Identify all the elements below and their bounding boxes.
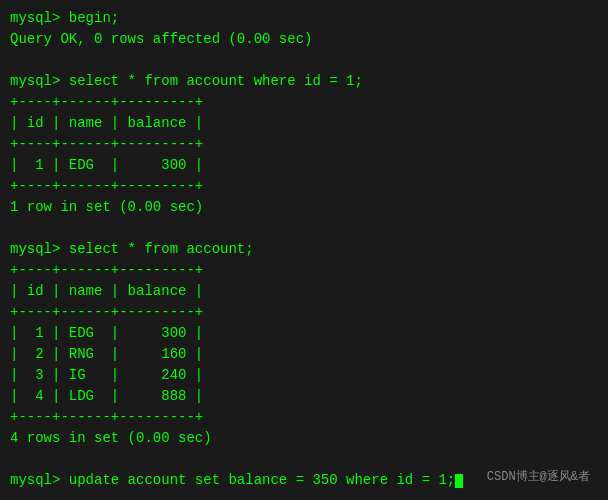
prompt-line: mysql> select * from account where id = …: [10, 71, 598, 92]
table-line: | 1 | EDG | 300 |: [10, 323, 598, 344]
table-line: +----+------+---------+: [10, 176, 598, 197]
table-line: | 3 | IG | 240 |: [10, 365, 598, 386]
blank-line: [10, 449, 598, 470]
table-line: | 2 | RNG | 160 |: [10, 344, 598, 365]
prompt-line: mysql> begin;: [10, 8, 598, 29]
table-line: +----+------+---------+: [10, 134, 598, 155]
blank-line: [10, 50, 598, 71]
result-line: 1 row in set (0.00 sec): [10, 197, 598, 218]
table-line: | id | name | balance |: [10, 113, 598, 134]
result-line: 4 rows in set (0.00 sec): [10, 428, 598, 449]
prompt-text: mysql> update account set balance = 350 …: [10, 470, 455, 491]
table-line: | 1 | EDG | 300 |: [10, 155, 598, 176]
blank-line: [10, 218, 598, 239]
terminal: mysql> begin;Query OK, 0 rows affected (…: [10, 8, 598, 492]
table-line: +----+------+---------+: [10, 260, 598, 281]
result-line: Query OK, 0 rows affected (0.00 sec): [10, 29, 598, 50]
watermark: CSDN博主@逐风&者: [487, 468, 590, 486]
terminal-cursor: [455, 474, 463, 488]
table-line: +----+------+---------+: [10, 407, 598, 428]
terminal-output: mysql> begin;Query OK, 0 rows affected (…: [10, 8, 598, 491]
table-line: +----+------+---------+: [10, 92, 598, 113]
table-line: | id | name | balance |: [10, 281, 598, 302]
table-line: | 4 | LDG | 888 |: [10, 386, 598, 407]
prompt-line: mysql> select * from account;: [10, 239, 598, 260]
table-line: +----+------+---------+: [10, 302, 598, 323]
